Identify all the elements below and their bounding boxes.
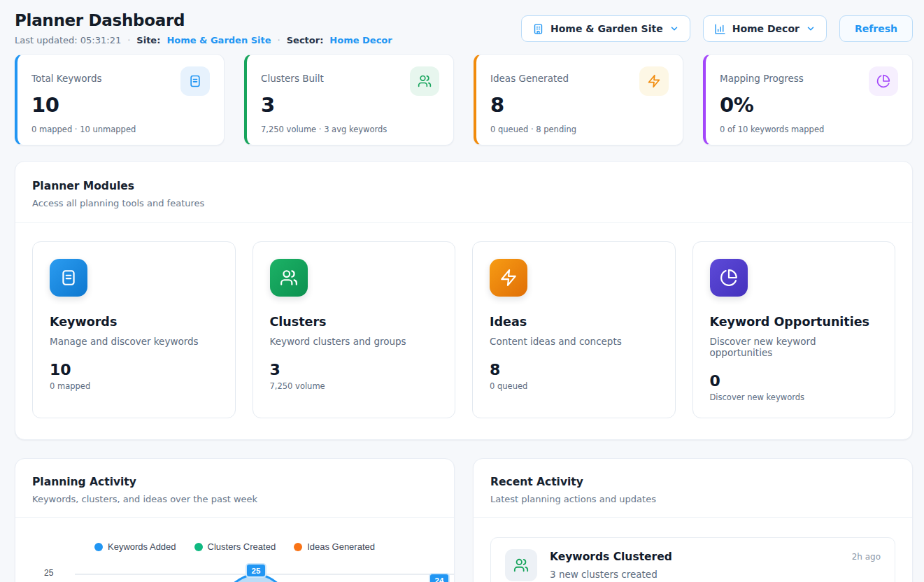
stat-card-mapping-progress: Mapping Progress 0% 0 of 10 keywords map… <box>703 54 913 146</box>
data-point-label-peak: 25 <box>246 564 266 577</box>
module-card-keywords[interactable]: Keywords Manage and discover keywords 10… <box>32 241 236 418</box>
module-title: Keyword Opportunities <box>710 315 879 329</box>
legend-item-clusters-created: Clusters Created <box>194 541 276 552</box>
planning-activity-title: Planning Activity <box>32 476 437 488</box>
note-icon <box>180 66 210 96</box>
module-value: 10 <box>50 361 218 378</box>
legend-label: Ideas Generated <box>307 541 375 552</box>
stat-subtext: 7,250 volume · 3 avg keywords <box>261 125 439 134</box>
module-card-ideas[interactable]: Ideas Content ideas and concepts 8 0 que… <box>472 241 676 418</box>
stat-subtext: 0 mapped · 10 unmapped <box>31 125 210 134</box>
module-value: 3 <box>270 361 439 378</box>
stat-label: Ideas Generated <box>490 73 569 84</box>
activity-timestamp: 2h ago <box>852 549 881 562</box>
note-icon <box>50 259 87 297</box>
stat-value: 3 <box>261 93 439 117</box>
stat-cards-row: Total Keywords 10 0 mapped · 10 unmapped… <box>15 54 913 146</box>
module-subtext: Discover new keywords <box>710 392 879 402</box>
module-description: Content ideas and concepts <box>490 336 658 347</box>
module-card-keyword-opportunities[interactable]: Keyword Opportunities Discover new keywo… <box>692 241 896 418</box>
planner-modules-panel: Planner Modules Access all planning tool… <box>15 161 913 440</box>
legend-item-ideas-generated: Ideas Generated <box>294 541 375 552</box>
sector-link[interactable]: Home Decor <box>329 35 392 45</box>
svg-text:24: 24 <box>435 576 444 582</box>
recent-activity-title: Recent Activity <box>490 476 895 488</box>
legend-label: Keywords Added <box>108 541 176 552</box>
chevron-down-icon <box>669 24 679 34</box>
sector-selector-label: Home Decor <box>732 23 799 34</box>
module-value: 8 <box>490 361 658 378</box>
header-left: Planner Dashboard Last updated: 05:31:21… <box>15 11 392 45</box>
stat-subtext: 0 of 10 keywords mapped <box>720 125 898 134</box>
site-link[interactable]: Home & Garden Site <box>166 35 271 45</box>
modules-row: Keywords Manage and discover keywords 10… <box>15 223 912 439</box>
legend-dot-orange <box>294 543 302 551</box>
divider <box>15 517 454 518</box>
header-meta: Last updated: 05:31:21 · Site: Home & Ga… <box>15 35 392 45</box>
recent-activity-subtitle: Latest planning actions and updates <box>490 494 895 504</box>
activity-body: Keywords Clustered 3 new clusters create… <box>550 549 839 580</box>
legend-item-keywords-added: Keywords Added <box>94 541 176 552</box>
activity-description: 3 new clusters created <box>550 569 839 580</box>
stat-label: Mapping Progress <box>720 73 804 84</box>
refresh-button[interactable]: Refresh <box>839 15 913 42</box>
page-header: Planner Dashboard Last updated: 05:31:21… <box>0 0 924 45</box>
recent-activity-panel: Recent Activity Latest planning actions … <box>473 458 913 582</box>
module-description: Discover new keyword opportunities <box>710 336 879 358</box>
stat-label: Clusters Built <box>261 73 324 84</box>
page-title: Planner Dashboard <box>15 11 392 29</box>
legend-dot-green <box>194 543 203 551</box>
y-axis-tick: 25 <box>44 568 53 578</box>
site-selector-dropdown[interactable]: Home & Garden Site <box>521 15 690 42</box>
module-card-clusters[interactable]: Clusters Keyword clusters and groups 3 7… <box>253 241 456 418</box>
planning-activity-panel: Planning Activity Keywords, clusters, an… <box>15 458 455 582</box>
meta-separator: · <box>278 35 280 45</box>
module-value: 0 <box>710 372 879 390</box>
chevron-down-icon <box>806 24 816 34</box>
sector-selector-dropdown[interactable]: Home Decor <box>703 15 827 42</box>
site-label: Site: <box>136 35 160 45</box>
stat-subtext: 0 queued · 8 pending <box>490 125 669 134</box>
meta-separator: · <box>127 35 130 45</box>
stat-label: Total Keywords <box>31 73 102 84</box>
module-description: Keyword clusters and groups <box>270 336 439 347</box>
module-title: Clusters <box>270 315 439 329</box>
bar-chart-icon <box>714 23 726 35</box>
module-subtext: 0 mapped <box>50 381 218 391</box>
data-point-label-right: 24 <box>429 574 449 582</box>
legend-label: Clusters Created <box>208 541 276 552</box>
users-icon <box>270 259 308 297</box>
module-description: Manage and discover keywords <box>50 336 218 347</box>
module-title: Keywords <box>50 315 218 329</box>
modules-panel-subtitle: Access all planning tools and features <box>32 198 895 208</box>
modules-panel-title: Planner Modules <box>32 180 895 192</box>
module-subtext: 0 queued <box>490 381 658 391</box>
last-updated-text: Last updated: 05:31:21 <box>15 35 121 45</box>
stat-card-total-keywords: Total Keywords 10 0 mapped · 10 unmapped <box>15 54 225 146</box>
zap-icon <box>639 66 669 96</box>
pie-chart-icon <box>869 66 898 96</box>
sector-label: Sector: <box>287 35 324 45</box>
activity-item-keywords-clustered: Keywords Clustered 3 new clusters create… <box>490 537 895 582</box>
pie-chart-icon <box>710 259 748 297</box>
site-selector-label: Home & Garden Site <box>550 23 663 34</box>
module-title: Ideas <box>490 315 658 329</box>
legend-dot-blue <box>94 543 103 551</box>
building-icon <box>532 23 544 35</box>
users-icon <box>410 66 439 96</box>
planning-activity-subtitle: Keywords, clusters, and ideas over the p… <box>32 494 437 504</box>
planning-activity-chart: 25 24 <box>58 558 455 582</box>
zap-icon <box>490 259 527 297</box>
divider <box>474 517 912 518</box>
stat-value: 0% <box>720 93 898 117</box>
activity-title: Keywords Clustered <box>550 551 839 563</box>
stat-value: 10 <box>31 93 210 117</box>
stat-card-ideas-generated: Ideas Generated 8 0 queued · 8 pending <box>474 54 683 146</box>
bottom-row: Planning Activity Keywords, clusters, an… <box>15 458 913 582</box>
stat-value: 8 <box>490 93 669 117</box>
header-controls: Home & Garden Site Home Decor Refresh <box>521 15 913 42</box>
module-subtext: 7,250 volume <box>270 381 439 391</box>
stat-card-clusters-built: Clusters Built 3 7,250 volume · 3 avg ke… <box>244 54 454 146</box>
planning-activity-chart-area: 25 25 24 <box>15 558 454 582</box>
users-icon <box>505 549 537 581</box>
